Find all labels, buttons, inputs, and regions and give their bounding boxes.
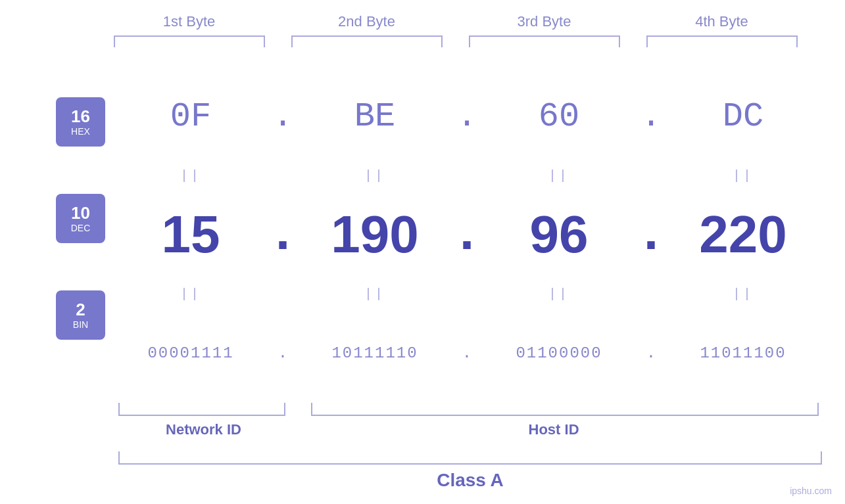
bin-byte-3: 01100000	[483, 344, 635, 362]
dec-dot-2: .	[450, 205, 483, 265]
hex-badge: 16 HEX	[56, 97, 105, 147]
bracket-4	[646, 35, 798, 47]
eq1-3: ||	[483, 168, 635, 183]
bracket-3	[469, 35, 620, 47]
byte-label-2: 2nd Byte	[278, 13, 456, 30]
dec-byte-4: 220	[667, 204, 819, 265]
bin-name: BIN	[73, 319, 88, 330]
dec-value-4: 220	[699, 205, 786, 263]
dec-byte-3: 96	[483, 204, 635, 265]
hex-byte-3: 60	[483, 97, 635, 136]
hex-dot-2: .	[450, 97, 483, 136]
bin-value-2: 10111110	[331, 344, 418, 362]
class-bracket	[118, 451, 822, 465]
hex-byte-4: DC	[667, 97, 819, 136]
dec-byte-1: 15	[115, 204, 266, 265]
byte-label-4: 4th Byte	[633, 13, 811, 30]
equals-row-2: || || || ||	[115, 285, 819, 304]
bin-byte-4: 11011100	[667, 344, 819, 362]
content-area: 16 HEX 10 DEC 2 BIN 0F . BE	[26, 67, 819, 403]
dec-dot-3: .	[635, 205, 667, 265]
hex-name: HEX	[71, 126, 90, 137]
hex-number: 16	[71, 107, 90, 126]
host-id-bracket	[311, 403, 819, 416]
byte-labels-row: 1st Byte 2nd Byte 3rd Byte 4th Byte	[26, 13, 819, 30]
dec-badge: 10 DEC	[56, 194, 105, 243]
id-brackets-row	[118, 403, 819, 416]
labels-column: 16 HEX 10 DEC 2 BIN	[53, 67, 109, 403]
bin-badge: 2 BIN	[56, 290, 105, 340]
bin-byte-2: 10111110	[299, 344, 450, 362]
bracket-2	[291, 35, 443, 47]
eq1-1: ||	[115, 168, 266, 183]
bracket-1	[114, 35, 265, 47]
dec-byte-2: 190	[299, 204, 450, 265]
hex-value-2: BE	[354, 97, 395, 136]
byte-label-1: 1st Byte	[101, 13, 278, 30]
dec-row: 15 . 190 . 96 . 220	[115, 185, 819, 284]
dec-dot-1: .	[266, 205, 299, 265]
dec-number: 10	[71, 204, 90, 223]
id-labels-row: Network ID Host ID	[118, 421, 819, 438]
hex-value-1: 0F	[170, 97, 211, 136]
byte-label-3: 3rd Byte	[456, 13, 633, 30]
hex-byte-1: 0F	[115, 97, 266, 136]
hex-dot-1: .	[266, 97, 299, 136]
hex-row: 0F . BE . 60 . DC	[115, 67, 819, 166]
eq1-2: ||	[299, 168, 450, 183]
bin-value-4: 11011100	[700, 344, 786, 362]
bottom-section: Network ID Host ID	[26, 403, 819, 451]
bin-row: 00001111 . 10111110 . 01100000 . 1101110…	[115, 304, 819, 403]
bin-dot-2: .	[450, 344, 483, 362]
bin-value-1: 00001111	[147, 344, 233, 362]
dec-value-3: 96	[530, 205, 589, 263]
eq2-3: ||	[483, 286, 635, 302]
eq2-4: ||	[667, 286, 819, 302]
bin-byte-1: 00001111	[115, 344, 266, 362]
class-section: Class A	[26, 451, 819, 491]
dec-value-1: 15	[162, 205, 220, 263]
watermark: ipshu.com	[790, 486, 832, 496]
bin-dot-1: .	[266, 344, 299, 362]
main-container: 1st Byte 2nd Byte 3rd Byte 4th Byte 16 H…	[0, 0, 845, 504]
eq1-4: ||	[667, 168, 819, 183]
bin-number: 2	[76, 300, 85, 319]
network-id-label: Network ID	[118, 421, 289, 438]
dec-name: DEC	[71, 223, 91, 233]
equals-row-1: || || || ||	[115, 166, 819, 185]
bytes-grid: 0F . BE . 60 . DC || ||	[115, 67, 819, 403]
hex-value-4: DC	[723, 97, 763, 136]
eq2-2: ||	[299, 286, 450, 302]
top-brackets-row	[26, 35, 819, 47]
hex-dot-3: .	[635, 97, 667, 136]
bin-dot-3: .	[635, 344, 667, 362]
dec-value-2: 190	[331, 205, 418, 263]
hex-byte-2: BE	[299, 97, 450, 136]
eq2-1: ||	[115, 286, 266, 302]
bin-value-3: 01100000	[516, 344, 602, 362]
host-id-label: Host ID	[289, 421, 819, 438]
class-label: Class A	[118, 470, 822, 491]
hex-value-3: 60	[539, 97, 579, 136]
network-id-bracket	[118, 403, 285, 416]
